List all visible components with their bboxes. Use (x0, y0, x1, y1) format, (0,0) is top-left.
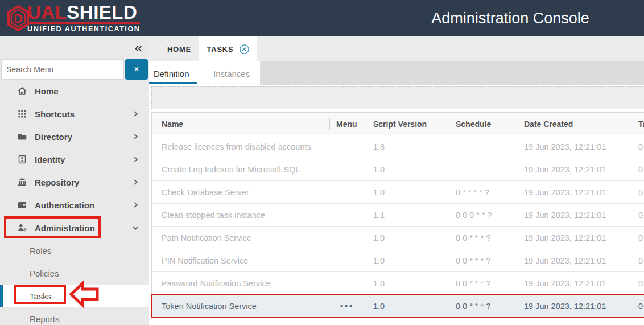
sidebar-item-authentication[interactable]: Authentication (0, 194, 149, 216)
chevron-right-icon (132, 133, 139, 140)
cell-date-created: 19 Jun 2023, 12:21:01 (519, 158, 634, 181)
cell-menu[interactable] (329, 272, 365, 295)
tasks-table: Name Menu Script Version Schedule Date C… (151, 112, 644, 318)
cell-menu[interactable] (329, 135, 365, 158)
cell-schedule (449, 158, 519, 181)
active-tab-underline (149, 82, 197, 84)
sidebar-item-label: Administration (35, 223, 95, 233)
close-tab-icon[interactable] (239, 44, 250, 55)
id-card-icon (17, 154, 27, 164)
column-header-script-version[interactable]: Script Version (365, 113, 449, 135)
cell-script-version: 1.0 (365, 272, 449, 295)
tab-strip: HOME TASKS (149, 36, 644, 61)
grid-icon (17, 109, 27, 119)
sidebar-item-tasks[interactable]: Tasks (0, 285, 149, 307)
cell-name: PIN Notification Service (152, 249, 329, 272)
tab-instances[interactable]: Instances (213, 61, 250, 85)
table-row[interactable]: Token Notification Service ••• 1.0 0 0 *… (152, 295, 644, 318)
table-row[interactable]: PIN Notification Service 1.0 0 0 * * * ?… (152, 249, 644, 272)
cell-date-created: 19 Jun 2023, 12:21:01 (519, 249, 634, 272)
sidebar-item-repository[interactable]: Repository (0, 171, 149, 194)
cell-tas: 0 (634, 158, 644, 181)
cell-menu[interactable] (329, 158, 365, 181)
table-row[interactable]: Create Log Indexes for Microsoft SQL 1.0… (152, 158, 644, 181)
sidebar-item-policies[interactable]: Policies (0, 262, 149, 285)
table-header-row: Name Menu Script Version Schedule Date C… (152, 113, 644, 135)
cell-name: Check Database Server (152, 181, 329, 204)
cell-script-version: 1.0 (365, 158, 449, 181)
tab-tasks[interactable]: TASKS (199, 36, 257, 62)
folder-icon (17, 131, 27, 142)
sidebar-item-label: Identity (35, 155, 65, 164)
sidebar-item-label: Directory (35, 132, 72, 142)
table-row[interactable]: Check Database Server 1.0 0 * * * * ? 19… (152, 181, 644, 204)
table-row[interactable]: Path Notification Service 1.0 0 0 * * * … (152, 227, 644, 249)
cell-menu[interactable] (329, 181, 365, 204)
column-header-date-created[interactable]: Date Created (519, 113, 634, 135)
chevron-down-icon (132, 224, 139, 231)
sidebar-subitem-label: Reports (30, 314, 60, 324)
search-menu-input[interactable] (1, 59, 124, 80)
subtab-bar: Definition Instances (149, 61, 644, 85)
cell-schedule: 0 * * * * ? (449, 181, 519, 204)
column-header-name[interactable]: Name (152, 113, 329, 135)
tab-home[interactable]: HOME (162, 36, 196, 61)
home-icon (17, 86, 27, 96)
cell-script-version: 1.0 (365, 181, 449, 204)
cell-menu[interactable]: ••• (329, 295, 365, 318)
sidebar-item-label: Home (35, 87, 59, 96)
sidebar-menu: Home Shortcuts Directory Identity Reposi… (0, 80, 149, 325)
cell-schedule: 0 0 * * * ? (449, 295, 519, 318)
cell-script-version: 1.0 (365, 295, 449, 318)
sidebar-collapse-row: « (0, 36, 149, 59)
column-header-tas[interactable]: Tas (634, 113, 644, 135)
chevron-right-icon (132, 110, 139, 117)
tab-tasks-label: TASKS (207, 45, 233, 54)
table-row[interactable]: Clean stopped task instance 1.1 0 0 0 * … (152, 204, 644, 227)
cell-script-version: 1.0 (365, 249, 449, 272)
column-header-schedule[interactable]: Schedule (449, 113, 519, 135)
cell-date-created: 19 Jun 2023, 12:21:01 (519, 295, 634, 318)
cell-menu[interactable] (329, 227, 365, 249)
sidebar-subitem-label: Tasks (30, 291, 51, 301)
sidebar-subitem-label: Roles (30, 246, 51, 256)
cell-schedule: 0 0 * * * ? (449, 249, 519, 272)
cell-menu[interactable] (329, 249, 365, 272)
selected-indicator-bar (0, 285, 3, 307)
cell-name: Password Notification Service (152, 272, 329, 295)
sidebar-item-administration[interactable]: Administration (0, 216, 149, 239)
sidebar-item-directory[interactable]: Directory (0, 125, 149, 148)
cell-tas: 0 (634, 135, 644, 158)
toolbar-dropzone (151, 86, 644, 109)
cell-name: Path Notification Service (152, 227, 329, 249)
brand-white-text: SHIELD (67, 2, 137, 23)
sidebar-item-home[interactable]: Home (0, 80, 149, 102)
cell-tas: 0 (634, 204, 644, 227)
cell-date-created: 19 Jun 2023, 12:21:01 (519, 204, 634, 227)
cell-schedule: 0 0 * * * ? (449, 272, 519, 295)
sidebar-item-reports[interactable]: Reports (0, 307, 149, 325)
cell-menu[interactable] (329, 204, 365, 227)
collapse-sidebar-icon[interactable]: « (135, 40, 142, 56)
cell-name: Release licences from disabled accounts (152, 135, 329, 158)
cell-script-version: 1.8 (365, 135, 449, 158)
cell-schedule: 0 0 * * * ? (449, 227, 519, 249)
sidebar-item-roles[interactable]: Roles (0, 239, 149, 262)
cell-tas: 0 (634, 249, 644, 272)
search-clear-button[interactable]: × (125, 59, 148, 80)
brand-red-text: UAL (27, 2, 67, 23)
table-row[interactable]: Release licences from disabled accounts … (152, 135, 644, 158)
cell-date-created: 19 Jun 2023, 12:21:01 (519, 181, 634, 204)
chevron-right-icon (132, 156, 139, 163)
cell-date-created: 19 Jun 2023, 12:21:01 (519, 227, 634, 249)
user-gear-icon (17, 223, 27, 233)
bank-icon (17, 177, 27, 187)
brand-text: UALSHIELD UNIFIED AUTHENTICATION (27, 3, 140, 33)
svg-text:D: D (14, 11, 23, 26)
sidebar-item-label: Shortcuts (35, 109, 75, 119)
sidebar-item-identity[interactable]: Identity (0, 148, 149, 171)
sidebar-item-shortcuts[interactable]: Shortcuts (0, 102, 149, 125)
chevron-right-icon (132, 179, 139, 186)
column-header-menu[interactable]: Menu (329, 113, 365, 135)
table-row[interactable]: Password Notification Service 1.0 0 0 * … (152, 272, 644, 295)
